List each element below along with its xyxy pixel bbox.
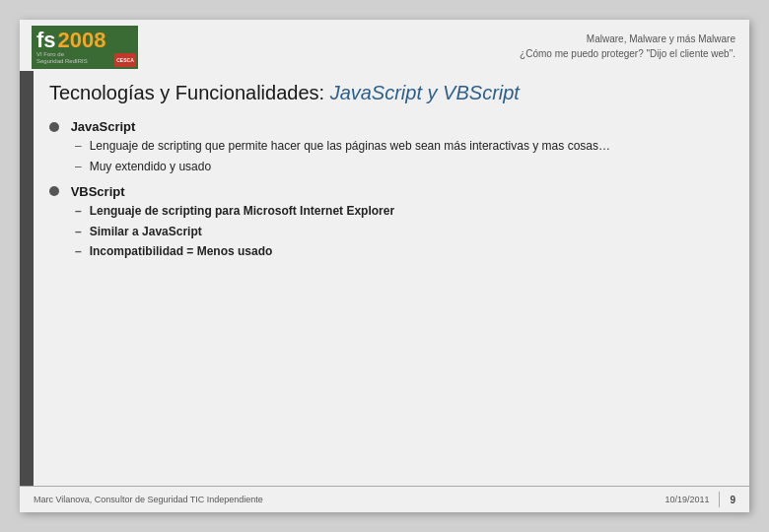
sub-list-javascript: – Lenguaje de scripting que permite hace…: [75, 138, 730, 175]
slide-title-highlight: JavaScript y VBScript: [330, 82, 520, 103]
slide-header: fs 2008 VI Foro de Seguridad RedIRIS CES…: [20, 20, 749, 71]
bullet-marker-2: [49, 186, 59, 196]
sub-item-js-2: – Muy extendido y usado: [75, 159, 730, 175]
slide-title: Tecnologías y Funcionalidades: JavaScrip…: [49, 81, 730, 104]
sub-item-vb-1: – Lenguaje de scripting para Microsoft I…: [75, 203, 730, 220]
footer-right: 10/19/2011 9: [664, 492, 735, 507]
slide: fs 2008 VI Foro de Seguridad RedIRIS CES…: [20, 20, 749, 512]
bullet-label-javascript: JavaScript: [71, 119, 136, 134]
dash-vb-2: –: [75, 224, 82, 240]
sub-item-vb-2: – Similar a JavaScript: [75, 224, 730, 240]
header-line1: Malware, Malware y más Malware: [520, 32, 735, 46]
slide-title-normal: Tecnologías y Funcionalidades:: [49, 82, 330, 103]
slide-footer: Marc Vilanova, Consultor de Seguridad TI…: [20, 486, 749, 512]
main-content: Tecnologías y Funcionalidades: JavaScrip…: [34, 71, 749, 486]
footer-date: 10/19/2011: [664, 495, 709, 504]
bullet-marker-1: [49, 122, 59, 132]
sub-item-vb-3: – Incompatibilidad = Menos usado: [75, 243, 730, 260]
logo-sub1: VI Foro de: [36, 51, 64, 58]
slide-body: Tecnologías y Funcionalidades: JavaScrip…: [20, 71, 749, 486]
sub-text-vb-2: Similar a JavaScript: [90, 224, 202, 240]
dash-vb-3: –: [75, 243, 82, 260]
bullet-list: JavaScript – Lenguaje de scripting que p…: [49, 118, 730, 268]
logo-area: fs 2008 VI Foro de Seguridad RedIRIS CES…: [32, 26, 140, 73]
dash-js-2: –: [75, 159, 82, 175]
header-line2: ¿Cómo me puedo proteger? "Dijo el client…: [520, 46, 735, 61]
sub-text-js-2: Muy extendido y usado: [90, 159, 211, 175]
sub-item-js-1: – Lenguaje de scripting que permite hace…: [75, 138, 730, 155]
bullet-label-vbscript: VBScript: [71, 184, 125, 199]
dash-js-1: –: [75, 138, 82, 155]
footer-author: Marc Vilanova, Consultor de Seguridad TI…: [34, 495, 263, 504]
sub-list-vbscript: – Lenguaje de scripting para Microsoft I…: [75, 203, 730, 260]
logo-badge: CESCA: [114, 53, 136, 67]
sub-text-vb-1: Lenguaje de scripting para Microsoft Int…: [90, 203, 394, 220]
footer-divider: [719, 492, 720, 507]
sub-text-js-1: Lenguaje de scripting que permite hacer …: [90, 138, 610, 155]
logo-fs-text: fs: [36, 30, 56, 51]
logo-sub2: Seguridad RedIRIS: [36, 58, 88, 65]
logo-box: fs 2008 VI Foro de Seguridad RedIRIS CES…: [32, 26, 138, 69]
bullet-item-javascript: JavaScript – Lenguaje de scripting que p…: [49, 118, 730, 175]
left-strip: [20, 71, 34, 486]
logo-badge-text: CESCA: [116, 57, 134, 63]
logo-year-text: 2008: [58, 30, 106, 51]
header-title: Malware, Malware y más Malware ¿Cómo me …: [520, 32, 735, 61]
dash-vb-1: –: [75, 203, 82, 220]
bullet-item-vbscript: VBScript – Lenguaje de scripting para Mi…: [49, 183, 730, 260]
footer-page: 9: [730, 495, 735, 505]
sub-text-vb-3: Incompatibilidad = Menos usado: [90, 243, 273, 260]
